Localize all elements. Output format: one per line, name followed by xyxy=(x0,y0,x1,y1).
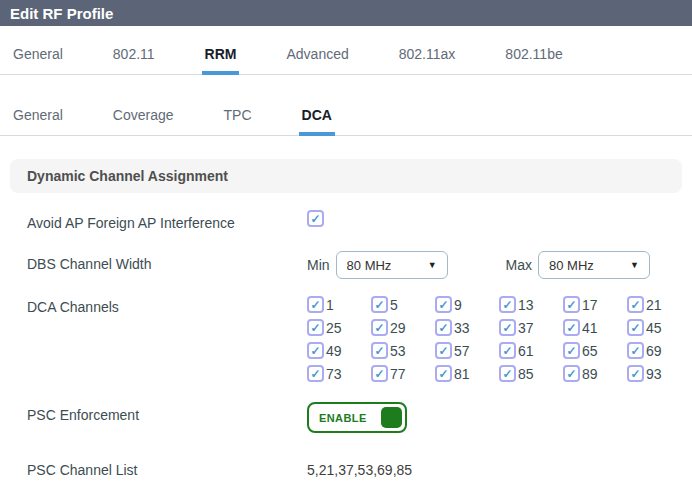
dca-channel-17[interactable]: ✓17 xyxy=(563,296,627,313)
avoid-ap-interference-checkbox[interactable]: ✓ xyxy=(307,210,324,227)
dca-channel-checkbox[interactable]: ✓ xyxy=(627,365,644,382)
dca-channel-number: 57 xyxy=(454,343,470,359)
dca-channel-checkbox[interactable]: ✓ xyxy=(371,319,388,336)
subtab-coverage[interactable]: Coverage xyxy=(110,101,177,136)
dca-channel-93[interactable]: ✓93 xyxy=(627,365,691,382)
dca-channel-69[interactable]: ✓69 xyxy=(627,342,691,359)
dca-channel-number: 61 xyxy=(518,343,534,359)
dca-channel-77[interactable]: ✓77 xyxy=(371,365,435,382)
dca-channel-checkbox[interactable]: ✓ xyxy=(307,342,324,359)
subtab-dca[interactable]: DCA xyxy=(299,101,335,136)
dca-channel-45[interactable]: ✓45 xyxy=(627,319,691,336)
psc-enforcement-toggle[interactable]: ENABLE xyxy=(307,402,407,433)
dca-channel-25[interactable]: ✓25 xyxy=(307,319,371,336)
dca-channels-label: DCA Channels xyxy=(27,294,307,315)
dca-channel-checkbox[interactable]: ✓ xyxy=(499,365,516,382)
dca-channel-number: 33 xyxy=(454,320,470,336)
dca-channel-61[interactable]: ✓61 xyxy=(499,342,563,359)
dca-channel-number: 9 xyxy=(454,297,462,313)
dca-channel-5[interactable]: ✓5 xyxy=(371,296,435,313)
dca-channel-number: 73 xyxy=(326,366,342,382)
dca-channel-checkbox[interactable]: ✓ xyxy=(499,342,516,359)
dca-channel-number: 45 xyxy=(646,320,662,336)
dca-channel-37[interactable]: ✓37 xyxy=(499,319,563,336)
caret-down-icon: ▼ xyxy=(630,260,639,270)
tab-rrm[interactable]: RRM xyxy=(202,40,240,75)
dca-channel-checkbox[interactable]: ✓ xyxy=(627,296,644,313)
dca-channel-number: 81 xyxy=(454,366,470,382)
section-header: Dynamic Channel Assignment xyxy=(10,159,682,193)
dca-channel-number: 77 xyxy=(390,366,406,382)
psc-enforcement-toggle-knob xyxy=(381,407,402,428)
dca-channel-number: 29 xyxy=(390,320,406,336)
dca-channel-number: 65 xyxy=(582,343,598,359)
dca-channel-1[interactable]: ✓1 xyxy=(307,296,371,313)
dca-channel-number: 53 xyxy=(390,343,406,359)
dca-channel-41[interactable]: ✓41 xyxy=(563,319,627,336)
subtab-general[interactable]: General xyxy=(10,101,66,136)
dca-channel-checkbox[interactable]: ✓ xyxy=(627,319,644,336)
dca-channel-number: 37 xyxy=(518,320,534,336)
dca-channel-85[interactable]: ✓85 xyxy=(499,365,563,382)
dca-channel-57[interactable]: ✓57 xyxy=(435,342,499,359)
dca-channel-checkbox[interactable]: ✓ xyxy=(307,296,324,313)
dca-channel-checkbox[interactable]: ✓ xyxy=(563,365,580,382)
dca-channel-9[interactable]: ✓9 xyxy=(435,296,499,313)
dca-channel-13[interactable]: ✓13 xyxy=(499,296,563,313)
dca-channel-checkbox[interactable]: ✓ xyxy=(435,365,452,382)
dca-channel-checkbox[interactable]: ✓ xyxy=(435,319,452,336)
dca-channel-number: 17 xyxy=(582,297,598,313)
dbs-min-select[interactable]: 80 MHz ▼ xyxy=(336,251,448,279)
row-dbs-channel-width: DBS Channel Width Min 80 MHz ▼ Max 80 MH… xyxy=(27,251,692,279)
dca-channel-checkbox[interactable]: ✓ xyxy=(563,342,580,359)
tab-general[interactable]: General xyxy=(10,40,66,75)
dca-channel-29[interactable]: ✓29 xyxy=(371,319,435,336)
dca-channel-checkbox[interactable]: ✓ xyxy=(563,319,580,336)
dca-channel-checkbox[interactable]: ✓ xyxy=(499,319,516,336)
dca-channel-checkbox[interactable]: ✓ xyxy=(371,342,388,359)
psc-channel-list-label: PSC Channel List xyxy=(27,457,307,478)
edit-rf-profile-window: Edit RF Profile General802.11RRMAdvanced… xyxy=(0,0,692,497)
section-title: Dynamic Channel Assignment xyxy=(27,168,228,184)
dca-channel-checkbox[interactable]: ✓ xyxy=(627,342,644,359)
dca-channel-21[interactable]: ✓21 xyxy=(627,296,691,313)
row-psc-channel-list: PSC Channel List 5,21,37,53,69,85 xyxy=(27,457,692,478)
dca-channel-33[interactable]: ✓33 xyxy=(435,319,499,336)
dca-channel-89[interactable]: ✓89 xyxy=(563,365,627,382)
dca-channel-number: 85 xyxy=(518,366,534,382)
dca-channel-checkbox[interactable]: ✓ xyxy=(371,365,388,382)
dca-channel-number: 1 xyxy=(326,297,334,313)
dca-channel-65[interactable]: ✓65 xyxy=(563,342,627,359)
dca-channel-number: 25 xyxy=(326,320,342,336)
dca-channel-49[interactable]: ✓49 xyxy=(307,342,371,359)
tab-802-11be[interactable]: 802.11be xyxy=(502,40,565,75)
dca-channel-checkbox[interactable]: ✓ xyxy=(499,296,516,313)
dca-channel-81[interactable]: ✓81 xyxy=(435,365,499,382)
dbs-channel-width-label: DBS Channel Width xyxy=(27,251,307,272)
dca-channel-number: 13 xyxy=(518,297,534,313)
dca-channel-checkbox[interactable]: ✓ xyxy=(307,365,324,382)
dca-channel-grid: ✓1✓5✓9✓13✓17✓21✓25✓29✓33✓37✓41✓45✓49✓53✓… xyxy=(307,294,691,382)
tab-802-11ax[interactable]: 802.11ax xyxy=(396,40,459,75)
dca-channel-checkbox[interactable]: ✓ xyxy=(435,296,452,313)
subtab-tpc[interactable]: TPC xyxy=(221,101,255,136)
dbs-min-label: Min xyxy=(307,251,330,273)
dbs-max-select[interactable]: 80 MHz ▼ xyxy=(538,251,650,279)
dca-channel-number: 41 xyxy=(582,320,598,336)
row-psc-enforcement: PSC Enforcement ENABLE xyxy=(27,402,692,433)
dca-channel-checkbox[interactable]: ✓ xyxy=(563,296,580,313)
dca-channel-checkbox[interactable]: ✓ xyxy=(435,342,452,359)
psc-enforcement-toggle-label: ENABLE xyxy=(319,412,367,424)
dca-channel-73[interactable]: ✓73 xyxy=(307,365,371,382)
window-title: Edit RF Profile xyxy=(0,0,692,26)
dca-channel-number: 5 xyxy=(390,297,398,313)
tab-advanced[interactable]: Advanced xyxy=(283,40,351,75)
dca-channel-53[interactable]: ✓53 xyxy=(371,342,435,359)
tab-802-11[interactable]: 802.11 xyxy=(110,40,158,75)
sub-tabbar: GeneralCoverageTPCDCA xyxy=(0,101,692,136)
caret-down-icon: ▼ xyxy=(428,260,437,270)
main-tabbar: General802.11RRMAdvanced802.11ax802.11be xyxy=(0,40,692,75)
dca-channel-checkbox[interactable]: ✓ xyxy=(371,296,388,313)
dca-channel-checkbox[interactable]: ✓ xyxy=(307,319,324,336)
dbs-max-value: 80 MHz xyxy=(549,258,594,273)
